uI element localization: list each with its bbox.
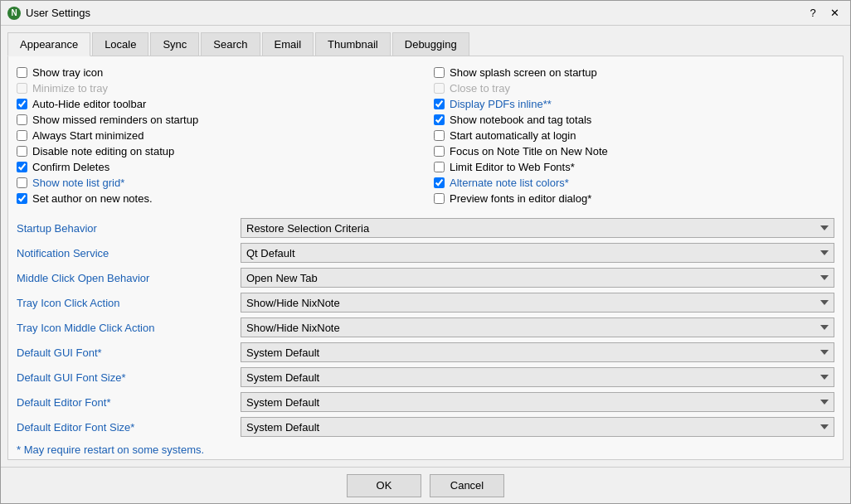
dropdown-select-1[interactable]: Qt Default xyxy=(241,243,834,263)
checkbox-right-row: Limit Editor to Web Fonts* xyxy=(434,159,834,175)
checkbox-left-7[interactable] xyxy=(17,177,27,188)
dropdowns-area: Startup BehaviorRestore Selection Criter… xyxy=(17,218,834,437)
checkbox-left-3[interactable] xyxy=(17,114,27,125)
checkbox-left-label-8: Set author on new notes. xyxy=(32,192,153,205)
dropdown-select-6[interactable]: System Default xyxy=(241,367,834,387)
dropdown-select-5[interactable]: System Default xyxy=(241,342,834,362)
checkbox-right-8[interactable] xyxy=(434,193,445,204)
dropdown-select-0[interactable]: Restore Selection Criteria xyxy=(241,218,834,238)
checkbox-right-label-5: Focus on Note Title on New Note xyxy=(450,145,608,158)
main-content: AppearanceLocaleSyncSearchEmailThumbnail… xyxy=(1,26,850,467)
checkbox-right-row: Focus on Note Title on New Note xyxy=(434,143,834,159)
tab-appearance[interactable]: Appearance xyxy=(7,32,90,56)
checkbox-left-row: Confirm Deletes xyxy=(17,159,417,175)
checkbox-right-row: Alternate note list colors* xyxy=(434,175,834,191)
checkbox-right-7[interactable] xyxy=(434,177,445,188)
help-button[interactable]: ? xyxy=(804,4,822,22)
checkbox-left-label-1: Minimize to tray xyxy=(32,82,108,94)
checkbox-left-row: Set author on new notes. xyxy=(17,191,417,206)
dropdown-select-3[interactable]: Show/Hide NixNote xyxy=(241,293,834,313)
checkbox-left-row: Disable note editing on statup xyxy=(17,143,417,159)
checkbox-left-row: Show tray icon xyxy=(17,65,417,80)
tab-sync[interactable]: Sync xyxy=(150,32,199,56)
dropdown-label-7: Default Editor Font* xyxy=(17,396,232,409)
tab-search[interactable]: Search xyxy=(201,32,260,56)
checkbox-left-row: Minimize to tray xyxy=(17,80,417,96)
checkbox-right-label-7: Alternate note list colors* xyxy=(450,177,569,189)
checkbox-left-label-6: Confirm Deletes xyxy=(32,161,109,173)
window: N User Settings ? ✕ AppearanceLocaleSync… xyxy=(0,0,851,504)
checkbox-left-6[interactable] xyxy=(17,162,27,172)
checkbox-right-row: Preview fonts in editor dialog* xyxy=(434,191,834,206)
checkbox-right-6[interactable] xyxy=(434,162,445,172)
appearance-tab-content: Show tray iconMinimize to trayAuto-Hide … xyxy=(7,56,844,460)
checkbox-right-3[interactable] xyxy=(434,114,445,125)
window-title: User Settings xyxy=(26,7,804,19)
dropdown-label-1: Notification Service xyxy=(17,247,232,259)
dropdown-row-8: Default Editor Font Size*System Default xyxy=(17,417,834,437)
dropdown-select-7[interactable]: System Default xyxy=(241,392,834,412)
checkbox-left-2[interactable] xyxy=(17,99,27,109)
close-button[interactable]: ✕ xyxy=(825,4,844,22)
checkbox-right-4[interactable] xyxy=(434,130,445,141)
checkbox-right-2[interactable] xyxy=(434,99,445,109)
checkbox-left-5[interactable] xyxy=(17,146,27,157)
checkbox-left-8[interactable] xyxy=(17,193,27,204)
checkbox-left-label-3: Show missed reminders on startup xyxy=(32,114,198,126)
checkboxes-left-col: Show tray iconMinimize to trayAuto-Hide … xyxy=(17,65,417,206)
checkbox-right-row: Display PDFs inline** xyxy=(434,96,834,112)
dropdown-row-3: Tray Icon Click ActionShow/Hide NixNote xyxy=(17,293,834,313)
dropdown-label-8: Default Editor Font Size* xyxy=(17,421,232,434)
dropdown-row-5: Default GUI Font*System Default xyxy=(17,342,834,362)
dropdown-row-2: Middle Click Open BehaviorOpen New Tab xyxy=(17,268,834,288)
checkbox-right-label-0: Show splash screen on startup xyxy=(450,66,597,79)
checkbox-left-row: Show missed reminders on startup xyxy=(17,112,417,128)
dropdown-row-1: Notification ServiceQt Default xyxy=(17,243,834,263)
checkboxes-right-col: Show splash screen on startupClose to tr… xyxy=(434,65,834,206)
checkbox-left-row: Always Start minimized xyxy=(17,128,417,143)
checkbox-right-label-2: Display PDFs inline** xyxy=(450,98,552,110)
checkbox-left-label-0: Show tray icon xyxy=(32,66,103,79)
tab-locale[interactable]: Locale xyxy=(92,32,148,56)
checkbox-left-label-4: Always Start minimized xyxy=(32,129,143,142)
tab-email[interactable]: Email xyxy=(262,32,314,56)
title-bar-controls: ? ✕ xyxy=(804,4,844,22)
checkbox-right-label-6: Limit Editor to Web Fonts* xyxy=(450,161,575,173)
tab-debugging[interactable]: Debugging xyxy=(392,32,469,56)
tab-thumbnail[interactable]: Thumbnail xyxy=(315,32,391,56)
dropdown-label-4: Tray Icon Middle Click Action xyxy=(17,322,232,334)
ok-button[interactable]: OK xyxy=(347,474,421,497)
checkbox-left-1[interactable] xyxy=(17,83,27,94)
dropdown-row-4: Tray Icon Middle Click ActionShow/Hide N… xyxy=(17,317,834,337)
checkbox-right-label-1: Close to tray xyxy=(450,82,510,94)
dropdown-row-6: Default GUI Font Size*System Default xyxy=(17,367,834,387)
footer-note1: * May require restart on some systems. xyxy=(17,443,834,456)
checkbox-right-label-3: Show notebook and tag totals xyxy=(450,114,591,126)
checkboxes-grid: Show tray iconMinimize to trayAuto-Hide … xyxy=(17,65,834,206)
cancel-button[interactable]: Cancel xyxy=(430,474,504,497)
dropdown-select-8[interactable]: System Default xyxy=(241,417,834,437)
checkbox-right-row: Close to tray xyxy=(434,80,834,96)
checkbox-left-4[interactable] xyxy=(17,130,27,141)
checkbox-right-label-4: Start automatically at login xyxy=(450,129,576,142)
dropdown-select-2[interactable]: Open New Tab xyxy=(241,268,834,288)
app-icon: N xyxy=(7,7,21,20)
checkbox-right-5[interactable] xyxy=(434,146,445,157)
checkbox-right-1[interactable] xyxy=(434,83,445,94)
checkbox-left-label-2: Auto-Hide editor toolbar xyxy=(32,98,146,110)
dropdown-label-2: Middle Click Open Behavior xyxy=(17,272,232,284)
footer-note2: ** Can crash on Gnome systems. xyxy=(17,458,834,460)
checkbox-right-0[interactable] xyxy=(434,67,445,78)
dropdown-label-0: Startup Behavior xyxy=(17,222,232,235)
checkbox-left-row: Show note list grid* xyxy=(17,175,417,191)
title-bar: N User Settings ? ✕ xyxy=(1,1,850,26)
bottom-bar: OK Cancel xyxy=(1,467,850,503)
dropdown-label-6: Default GUI Font Size* xyxy=(17,371,232,384)
checkbox-right-row: Start automatically at login xyxy=(434,128,834,143)
checkbox-right-row: Show notebook and tag totals xyxy=(434,112,834,128)
checkbox-left-row: Auto-Hide editor toolbar xyxy=(17,96,417,112)
dropdown-row-7: Default Editor Font*System Default xyxy=(17,392,834,412)
checkbox-right-label-8: Preview fonts in editor dialog* xyxy=(450,192,591,205)
checkbox-left-0[interactable] xyxy=(17,67,27,78)
dropdown-select-4[interactable]: Show/Hide NixNote xyxy=(241,317,834,337)
